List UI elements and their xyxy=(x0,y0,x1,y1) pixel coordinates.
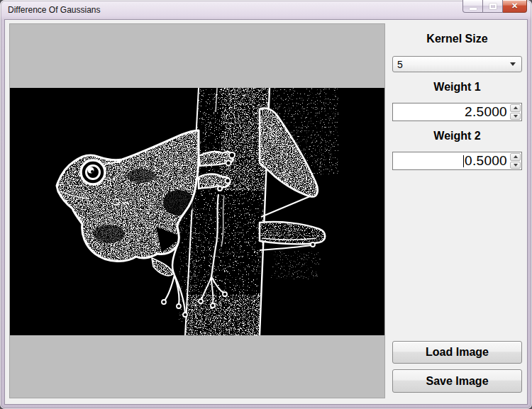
spin-up-icon xyxy=(514,155,518,158)
window-title: Difference Of Gaussians xyxy=(8,5,101,15)
weight2-label: Weight 2 xyxy=(392,130,522,142)
weight1-value: 2.5000 xyxy=(393,103,509,121)
picture-box xyxy=(9,23,385,398)
window-controls: ✕ xyxy=(462,0,527,13)
weight2-input-empty-space xyxy=(393,152,463,169)
close-button[interactable]: ✕ xyxy=(503,0,527,13)
weight1-input[interactable]: 2.5000 xyxy=(392,103,522,121)
weight2-value: 0.5000 xyxy=(465,152,509,169)
load-image-button[interactable]: Load Image xyxy=(392,341,522,364)
result-image xyxy=(10,88,384,335)
maximize-icon xyxy=(489,4,497,9)
weight1-label: Weight 1 xyxy=(392,81,522,94)
maximize-button[interactable] xyxy=(483,0,503,13)
weight1-spin-up-button[interactable] xyxy=(510,104,521,112)
chevron-down-icon xyxy=(510,62,516,66)
close-icon: ✕ xyxy=(511,1,518,11)
weight1-spin-down-button[interactable] xyxy=(510,113,521,121)
weight2-spin-up-button[interactable] xyxy=(510,153,521,161)
weight2-spin-down-button[interactable] xyxy=(510,162,521,169)
spin-up-icon xyxy=(514,106,518,109)
edge-detected-frog-image xyxy=(10,88,384,335)
weight1-spinner xyxy=(509,103,521,121)
weight2-spinner xyxy=(509,152,521,169)
app-window: Difference Of Gaussians ✕ xyxy=(0,0,532,409)
kernel-size-label: Kernel Size xyxy=(392,33,522,45)
save-image-button[interactable]: Save Image xyxy=(392,369,522,393)
spin-down-icon xyxy=(514,164,518,167)
kernel-size-value: 5 xyxy=(397,59,510,70)
spin-down-icon xyxy=(514,115,518,118)
minimize-button[interactable] xyxy=(462,0,483,13)
minimize-icon xyxy=(470,8,477,10)
text-caret xyxy=(463,155,464,167)
kernel-size-combobox[interactable]: 5 xyxy=(392,56,522,72)
weight2-input[interactable]: 0.5000 xyxy=(392,152,522,170)
